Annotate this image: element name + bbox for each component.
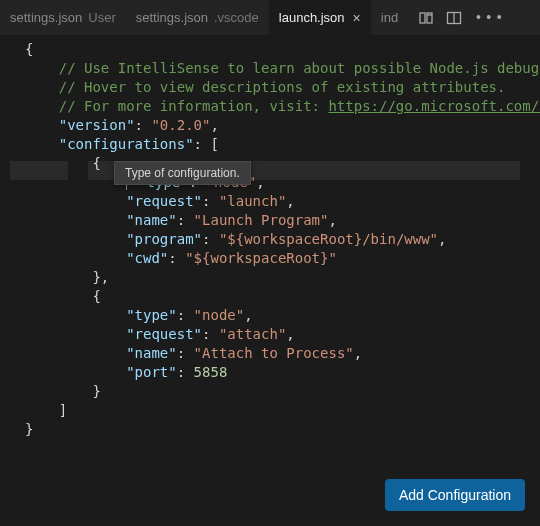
more-icon[interactable]: ••• xyxy=(474,10,505,26)
split-editor-icon[interactable] xyxy=(446,10,462,26)
tab-ind[interactable]: ind xyxy=(371,0,408,35)
tab-label: launch.json xyxy=(279,10,345,25)
tab-label: settings.json xyxy=(10,10,82,25)
compare-icon[interactable] xyxy=(418,10,434,26)
tab-desc: .vscode xyxy=(214,10,259,25)
close-icon[interactable]: × xyxy=(353,11,361,25)
hover-tooltip: Type of configuration. xyxy=(114,161,251,185)
tab-bar: settings.json User settings.json .vscode… xyxy=(0,0,540,35)
code-content: { // Use IntelliSense to learn about pos… xyxy=(25,40,540,439)
tab-launch-json[interactable]: launch.json × xyxy=(269,0,371,35)
add-configuration-button[interactable]: Add Configuration xyxy=(385,479,525,511)
tab-desc: User xyxy=(88,10,115,25)
editor[interactable]: { // Use IntelliSense to learn about pos… xyxy=(0,35,540,526)
tab-settings-user[interactable]: settings.json User xyxy=(0,0,126,35)
tab-label: settings.json xyxy=(136,10,208,25)
tab-label: ind xyxy=(381,10,398,25)
tab-settings-vscode[interactable]: settings.json .vscode xyxy=(126,0,269,35)
svg-rect-0 xyxy=(420,13,425,23)
